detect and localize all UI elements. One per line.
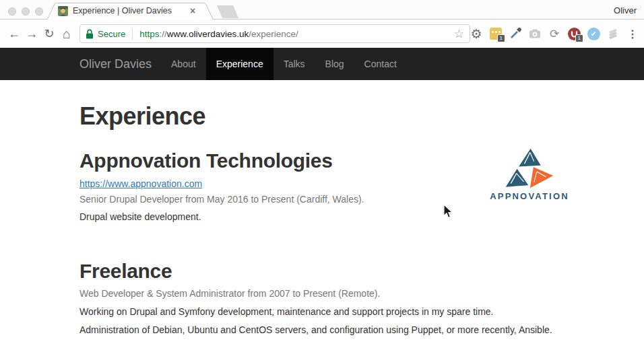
secure-chip[interactable]: Secure [98, 29, 125, 39]
nav-item-experience: Experience [206, 48, 273, 80]
chrome-profile-name[interactable]: Oliver [614, 5, 637, 15]
appnovation-link[interactable]: https://www.appnovation.com [79, 178, 202, 189]
nav-link-contact[interactable]: Contact [354, 48, 407, 80]
section-freelance: Freelance Web Developer & System Adminis… [79, 260, 577, 335]
nav-link-about[interactable]: About [161, 48, 206, 80]
navbar-brand[interactable]: Oliver Davies [79, 48, 152, 80]
red-circle-extension-icon[interactable]: 1 [567, 26, 581, 41]
url-scheme-separator: :// [159, 29, 166, 39]
appnovation-logo: APPNOVATION [490, 147, 569, 201]
omnibox-separator [132, 28, 133, 40]
bookmark-star-icon[interactable]: ☆ [454, 27, 464, 41]
nav-item-talks: Talks [273, 48, 315, 80]
page-content: Experience Appnovation Technologies http… [0, 102, 644, 335]
browser-window: Experience | Oliver Davies × Oliver ← → … [0, 0, 644, 352]
gear-extension-icon[interactable]: ⚙ [469, 26, 484, 41]
site-navbar: Oliver Davies About Experience Talks Blo… [0, 48, 644, 80]
eyedropper-extension-icon[interactable] [508, 26, 523, 41]
back-icon[interactable]: ← [5, 27, 23, 41]
appnovation-description: Drupal website development. [79, 211, 577, 222]
extension-icons: ⚙ 1 ⟳ [469, 20, 640, 48]
url-text: https://www.oliverdavies.uk/experience/ [139, 29, 450, 39]
red-extension-badge: 1 [575, 34, 583, 42]
reload-icon[interactable]: ↻ [40, 26, 58, 41]
note-extension-icon[interactable]: 1 [488, 26, 503, 41]
forward-icon[interactable]: → [23, 27, 40, 41]
nav-link-experience[interactable]: Experience [206, 48, 273, 80]
note-extension-badge: 1 [497, 34, 505, 42]
chrome-menu-icon[interactable]: ⋮ [625, 26, 640, 41]
site-nav-menu: About Experience Talks Blog Contact [161, 48, 407, 80]
browser-tab[interactable]: Experience | Oliver Davies × [58, 4, 213, 17]
home-icon[interactable]: ⌂ [58, 26, 75, 42]
browser-toolbar: ← → ↻ ⌂ Secure https://www.oliverdavies.… [0, 20, 644, 48]
nav-link-blog[interactable]: Blog [315, 48, 354, 80]
history-sync-extension-icon[interactable]: ⟳ [547, 26, 562, 41]
blue-check-extension-icon[interactable]: ✓ [586, 26, 601, 41]
secure-lock-icon [86, 29, 94, 39]
nav-item-about: About [161, 48, 206, 80]
freelance-role-text: Web Developer & System Administrator fro… [79, 288, 577, 299]
new-tab-button[interactable] [217, 5, 238, 18]
freelance-paragraph-2: Administration of Debian, Ubuntu and Cen… [79, 324, 577, 335]
site-favicon-icon [58, 6, 68, 16]
url-path: /experience/ [249, 29, 298, 39]
freelance-paragraph-1: Working on Drupal and Symfony developmen… [79, 306, 577, 317]
appnovation-logo-mark [501, 147, 558, 189]
appnovation-wordmark: APPNOVATION [490, 191, 569, 201]
page-title: Experience [79, 102, 577, 131]
nav-link-talks[interactable]: Talks [273, 48, 315, 80]
freelance-heading: Freelance [79, 260, 577, 283]
address-bar[interactable]: Secure https://www.oliverdavies.uk/exper… [79, 24, 470, 43]
camera-extension-icon[interactable] [527, 26, 542, 41]
mouse-cursor [443, 204, 453, 219]
tab-strip: Experience | Oliver Davies × Oliver [0, 0, 644, 20]
nav-item-blog: Blog [315, 48, 354, 80]
url-scheme: https [139, 29, 159, 39]
url-host: www.oliverdavies.uk [167, 29, 249, 39]
nav-item-contact: Contact [354, 48, 407, 80]
layers-extension-icon[interactable] [606, 26, 620, 41]
tab-close-icon[interactable]: × [190, 6, 195, 15]
tab-title: Experience | Oliver Davies [73, 6, 189, 15]
